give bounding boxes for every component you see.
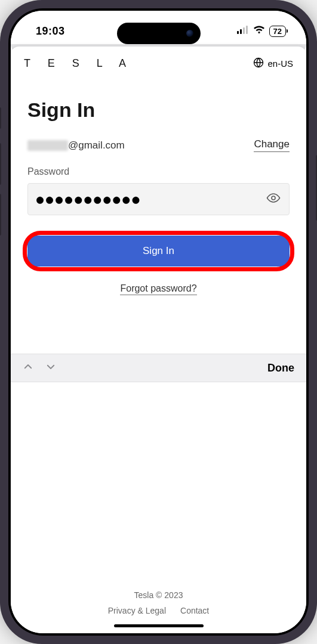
password-field-wrap[interactable] — [27, 183, 290, 215]
status-time: 19:03 — [36, 25, 65, 38]
email-redacted — [27, 140, 68, 151]
keyboard-done-button[interactable]: Done — [267, 362, 294, 374]
sign-in-button[interactable]: Sign In — [27, 236, 290, 267]
svg-point-5 — [272, 196, 275, 200]
phone-side-button — [0, 107, 1, 129]
svg-rect-0 — [237, 31, 239, 34]
chevron-up-icon[interactable] — [23, 361, 33, 374]
language-selector[interactable]: en-US — [253, 57, 293, 70]
svg-rect-2 — [243, 27, 245, 34]
eye-icon[interactable] — [266, 191, 281, 208]
footer-privacy-link[interactable]: Privacy & Legal — [108, 606, 166, 615]
globe-icon — [253, 57, 264, 70]
chevron-down-icon[interactable] — [45, 361, 56, 374]
wifi-icon — [253, 26, 265, 36]
tesla-logo: T E S L A — [24, 57, 133, 70]
svg-rect-1 — [240, 29, 242, 34]
battery-level: 72 — [271, 27, 284, 36]
phone-side-button — [0, 143, 1, 185]
email-domain: @gmail.com — [68, 140, 125, 151]
cellular-icon — [237, 26, 249, 36]
home-indicator[interactable] — [114, 624, 204, 627]
email-display: @gmail.com — [27, 140, 125, 151]
password-input[interactable] — [36, 192, 266, 206]
battery-indicator: 72 — [269, 26, 286, 37]
svg-rect-3 — [246, 26, 248, 34]
password-label: Password — [27, 166, 290, 177]
modal-sheet: T E S L A en-US Sign In @gmail.com — [11, 47, 306, 633]
change-email-link[interactable]: Change — [254, 138, 290, 152]
phone-side-button — [0, 194, 1, 236]
footer-copyright: Tesla © 2023 — [11, 590, 306, 600]
language-label: en-US — [267, 58, 293, 69]
page-title: Sign In — [27, 98, 290, 122]
phone-frame: 19:03 72 T E S L A — [0, 0, 317, 644]
dynamic-island — [117, 23, 201, 44]
forgot-password-link[interactable]: Forgot password? — [120, 283, 196, 295]
footer-contact-link[interactable]: Contact — [180, 606, 209, 615]
keyboard-accessory-bar: Done — [11, 354, 306, 382]
